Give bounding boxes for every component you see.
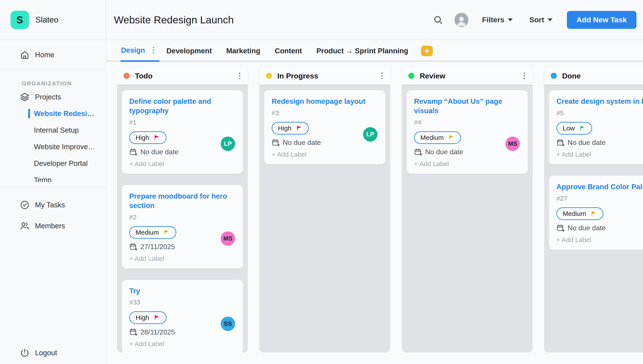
task-card[interactable]: Create design system in F #5 Low No due … <box>549 90 643 164</box>
task-title[interactable]: Try <box>129 286 235 296</box>
priority-label: Medium <box>420 134 444 141</box>
layers-icon <box>20 92 30 102</box>
assignee-avatar[interactable]: LP <box>221 136 235 151</box>
add-new-task-button[interactable]: Add New Task <box>567 11 636 29</box>
assignee-avatar[interactable]: MS <box>505 136 520 151</box>
add-label-button[interactable]: + Add Label <box>129 340 235 348</box>
app-root: S Slateo Home ORGANIZATION Projects Webs… <box>0 0 643 364</box>
task-meta: Medium 27/11/2025 MS <box>129 226 235 251</box>
add-label-button[interactable]: + Add Label <box>556 236 643 244</box>
task-card[interactable]: Prepare moodboard for hero section #2 Me… <box>122 185 243 268</box>
due-date[interactable]: No due date <box>272 138 378 147</box>
filters-dropdown[interactable]: Filters <box>482 16 513 24</box>
sidebar-project-temp[interactable]: Temp <box>0 172 106 182</box>
assignee-avatar[interactable]: MS <box>221 232 235 246</box>
calendar-plus-icon <box>272 138 280 147</box>
due-date[interactable]: No due date <box>556 138 643 147</box>
sidebar-project-website-redesign[interactable]: Website Redesi… <box>0 105 106 122</box>
priority-badge[interactable]: Low <box>556 122 592 134</box>
column-menu-icon[interactable] <box>237 71 242 80</box>
due-date-label: No due date <box>283 138 321 146</box>
main-area: Website Redesign Launch Filters Sort Add… <box>106 0 643 364</box>
due-date[interactable]: No due date <box>556 224 643 232</box>
active-tab-group: Design <box>121 40 159 62</box>
search-icon <box>433 15 443 25</box>
task-number: #5 <box>556 109 643 117</box>
calendar-plus-icon <box>129 328 138 336</box>
add-label-button[interactable]: + Add Label <box>556 151 643 158</box>
add-tab-button[interactable] <box>421 46 433 56</box>
sort-dropdown[interactable]: Sort <box>529 16 552 24</box>
task-title[interactable]: Redesign homepage layout <box>272 97 378 106</box>
task-title[interactable]: Revamp “About Us” page visuals <box>414 97 520 116</box>
column-status-dot <box>266 73 272 79</box>
column-status-dot <box>408 73 415 79</box>
sidebar-item-projects[interactable]: Projects <box>0 89 106 105</box>
task-number: #27 <box>556 195 643 202</box>
user-avatar[interactable] <box>454 13 468 27</box>
tab-content[interactable]: Content <box>275 47 302 55</box>
task-number: #33 <box>129 299 235 306</box>
task-meta: High No due date LP <box>272 122 378 147</box>
column-menu-icon[interactable] <box>380 71 385 80</box>
priority-badge[interactable]: High <box>129 311 166 324</box>
tab-design[interactable]: Design <box>121 46 145 54</box>
priority-badge[interactable]: Medium <box>414 131 461 144</box>
sidebar: S Slateo Home ORGANIZATION Projects Webs… <box>0 0 106 364</box>
due-date[interactable]: No due date <box>129 148 235 156</box>
priority-badge[interactable]: High <box>272 122 309 134</box>
sidebar-item-home[interactable]: Home <box>0 46 106 64</box>
priority-badge[interactable]: High <box>129 131 166 144</box>
flag-icon <box>154 134 160 141</box>
due-date[interactable]: No due date <box>414 148 520 156</box>
task-card[interactable]: Revamp “About Us” page visuals #4 Medium… <box>407 90 528 174</box>
tab-product-sprint-planning[interactable]: Product → Sprint Planning <box>316 47 408 55</box>
column-title: In Progress <box>277 72 318 80</box>
search-button[interactable] <box>433 15 443 25</box>
due-date[interactable]: 27/11/2025 <box>129 243 235 251</box>
column-menu-icon[interactable] <box>522 71 527 80</box>
add-label-button[interactable]: + Add Label <box>129 255 235 262</box>
project-label: Website Redesi… <box>34 110 94 118</box>
tab-menu-icon[interactable] <box>151 46 156 55</box>
tab-development[interactable]: Development <box>166 47 212 55</box>
due-date[interactable]: 28/11/2025 <box>129 328 235 336</box>
check-circle-icon <box>20 200 30 210</box>
column-header: Review <box>402 67 533 84</box>
task-card[interactable]: Define color palette and typography #1 H… <box>122 90 243 174</box>
task-title[interactable]: Create design system in F <box>556 97 643 106</box>
priority-badge[interactable]: Medium <box>129 226 176 239</box>
kanban-board: Todo Define color palette and typography… <box>106 62 643 364</box>
brand[interactable]: S Slateo <box>0 0 106 40</box>
add-label-button[interactable]: + Add Label <box>129 160 235 168</box>
filters-label: Filters <box>482 16 504 24</box>
tab-marketing[interactable]: Marketing <box>226 47 260 55</box>
sidebar-project-developer-portal[interactable]: Developer Portal <box>0 155 106 172</box>
brand-logo: S <box>11 11 29 29</box>
person-icon <box>455 14 468 27</box>
sidebar-project-website-improve[interactable]: Website Improve… <box>0 138 106 155</box>
assignee-avatar[interactable]: LP <box>363 127 378 142</box>
column-title: Done <box>562 72 581 80</box>
task-card[interactable]: Approve Brand Color Pale #27 Medium No d… <box>549 176 643 250</box>
logout-button[interactable]: Logout <box>0 345 106 360</box>
column-todo: Todo Define color palette and typography… <box>117 67 248 352</box>
task-card[interactable]: Redesign homepage layout #3 High No due … <box>264 90 385 164</box>
task-number: #4 <box>414 119 520 126</box>
priority-badge[interactable]: Medium <box>556 207 603 220</box>
task-title[interactable]: Define color palette and typography <box>129 97 235 116</box>
due-date-label: 27/11/2025 <box>140 243 175 251</box>
add-label-button[interactable]: + Add Label <box>414 160 520 168</box>
task-title[interactable]: Prepare moodboard for hero section <box>129 192 235 210</box>
sidebar-item-members[interactable]: Members <box>0 216 106 236</box>
assignee-avatar[interactable]: SS <box>221 316 235 331</box>
users-icon <box>20 221 30 231</box>
task-title[interactable]: Approve Brand Color Pale <box>556 182 643 192</box>
brand-name: Slateo <box>36 15 58 24</box>
sidebar-item-my-tasks[interactable]: My Tasks <box>0 194 106 216</box>
calendar-plus-icon <box>129 243 138 251</box>
sidebar-project-internal-setup[interactable]: Internal Setup <box>0 122 106 138</box>
add-label-button[interactable]: + Add Label <box>272 151 378 158</box>
task-card[interactable]: Try #33 High 28/11/2025 SS <box>122 280 243 352</box>
priority-label: Medium <box>563 210 586 218</box>
